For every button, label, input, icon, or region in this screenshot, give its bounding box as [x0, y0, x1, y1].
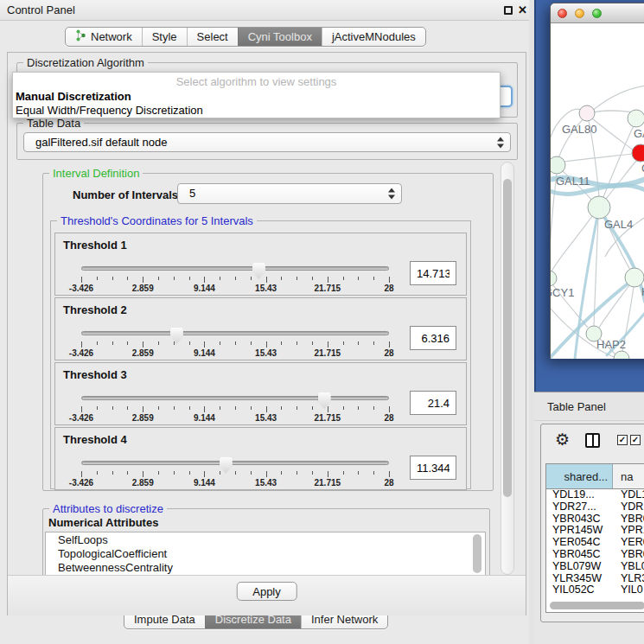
slider-track[interactable]: [81, 266, 389, 271]
tab-label: Select: [197, 30, 228, 43]
slider-handle[interactable]: [318, 392, 331, 409]
attribute-item-selfloops[interactable]: SelfLoops: [46, 533, 485, 547]
network-node[interactable]: [632, 144, 644, 162]
network-node[interactable]: [551, 156, 565, 174]
network-canvas[interactable]: GAL80GAGAL11CGAL4GCY1HHAP2: [551, 24, 644, 359]
table-row[interactable]: YIL052CYIL0: [546, 584, 644, 596]
network-graph[interactable]: GAL80GAGAL11CGAL4GCY1HHAP2: [551, 24, 644, 359]
thresholds-group: Threshold's Coordinates for 5 Intervals …: [50, 220, 471, 489]
threshold-value-input[interactable]: [410, 261, 456, 285]
threshold-value-input[interactable]: [410, 456, 456, 480]
attribute-item-betweennesscentrality[interactable]: BetweennessCentrality: [46, 561, 485, 575]
table-row[interactable]: YBR043CYBR0: [546, 513, 644, 526]
gear-icon[interactable]: ⚙: [555, 430, 570, 450]
tick-mark: [281, 471, 282, 475]
tick-label: 15.43: [239, 478, 294, 488]
tick-mark: [112, 406, 113, 410]
network-node[interactable]: [614, 351, 629, 359]
network-node-label: GAL11: [556, 175, 590, 188]
tick-mark: [158, 471, 159, 475]
panel-scrollbar-track[interactable]: [501, 162, 514, 575]
close-icon[interactable]: ✕: [518, 3, 527, 16]
table-row[interactable]: YDR27...YDR2: [546, 501, 644, 513]
tick-mark: [81, 471, 82, 477]
tick-mark: [112, 341, 113, 345]
table-row[interactable]: YER054CYER0: [546, 537, 644, 549]
tick-mark: [204, 406, 205, 412]
close-traffic-light-icon[interactable]: [558, 9, 567, 18]
tick-label: -3.426: [54, 413, 109, 423]
network-node[interactable]: [579, 105, 595, 121]
threshold-slider[interactable]: -3.4262.8599.14415.4321.71528: [55, 322, 453, 361]
tick-label: 9.144: [176, 284, 232, 293]
threshold-value-input[interactable]: [410, 326, 456, 350]
tab-select[interactable]: Select: [187, 28, 238, 46]
minimize-traffic-light-icon[interactable]: [575, 9, 584, 18]
threshold-panel-1: Threshold 1-3.4262.8599.14415.4321.71528: [54, 233, 467, 296]
slider-handle[interactable]: [170, 328, 183, 344]
checkbox-icon[interactable]: ✓: [630, 435, 641, 445]
network-node[interactable]: [588, 196, 610, 219]
stepper-arrows-icon: [388, 188, 395, 200]
apply-button[interactable]: Apply: [236, 582, 297, 601]
network-edge: [551, 174, 557, 271]
slider-track[interactable]: [81, 461, 389, 465]
group-title: Threshold's Coordinates for 5 Intervals: [57, 214, 257, 227]
tick-mark: [281, 341, 282, 345]
table-row[interactable]: YBR045CYBR0: [546, 549, 644, 561]
table-row[interactable]: YPR145WYPR1: [546, 525, 644, 537]
tick-mark: [235, 341, 236, 345]
column-header-2[interactable]: na: [613, 464, 644, 488]
slider-handle[interactable]: [220, 457, 233, 474]
tick-label: -3.426: [54, 478, 109, 488]
panel-scrollbar-thumb[interactable]: [503, 179, 512, 497]
column-header-1[interactable]: shared...: [546, 464, 613, 488]
tab-jactivemnodules[interactable]: jActiveMNodules: [322, 28, 425, 46]
tick-mark: [266, 471, 267, 477]
tick-label: 2.859: [115, 478, 170, 488]
network-node[interactable]: [628, 110, 644, 127]
attributes-to-discretize-group: Attributes to discretize Numerical Attri…: [42, 508, 490, 583]
control-panel-titlebar: Control Panel ✕: [0, 0, 529, 21]
network-node-label: HAP2: [596, 338, 626, 351]
threshold-panel-3: Threshold 3-3.4262.8599.14415.4321.71528: [54, 362, 467, 425]
float-window-icon[interactable]: [504, 6, 513, 15]
cell-shared-name: YIL052C: [546, 584, 613, 596]
tick-mark: [204, 277, 205, 283]
cell-shared-name: YBR043C: [546, 513, 613, 526]
table-data-combobox[interactable]: galFiltered.sif default node: [23, 132, 511, 152]
network-node[interactable]: [551, 271, 557, 286]
tab-network[interactable]: Network: [66, 28, 142, 46]
threshold-slider[interactable]: -3.4262.8599.14415.4321.71528: [55, 452, 453, 491]
attribute-item-topologicalcoefficient[interactable]: TopologicalCoefficient: [46, 547, 485, 561]
table-row[interactable]: YBL079WYBL0: [546, 561, 644, 573]
dropdown-option-manual-discretization[interactable]: Manual Discretization: [16, 90, 131, 103]
tab-style[interactable]: Style: [142, 28, 187, 46]
checkbox-icon[interactable]: ✓: [617, 435, 628, 445]
threshold-value-input[interactable]: [410, 391, 456, 415]
list-scrollbar[interactable]: [473, 534, 481, 573]
slider-track[interactable]: [81, 396, 389, 400]
threshold-slider[interactable]: -3.4262.8599.14415.4321.71528: [55, 258, 453, 296]
zoom-traffic-light-icon[interactable]: [592, 9, 602, 18]
table-row[interactable]: YLR345WYLR3: [546, 573, 644, 585]
slider-handle[interactable]: [252, 263, 265, 279]
number-of-intervals-combobox[interactable]: 5: [177, 183, 402, 204]
network-node[interactable]: [625, 268, 644, 287]
table-horizontal-scrollbar[interactable]: [550, 602, 644, 609]
dropdown-option-equal-width-frequency[interactable]: Equal Width/Frequency Discretization: [16, 104, 203, 117]
numerical-attributes-list[interactable]: SelfLoopsTopologicalCoefficientBetweenne…: [45, 532, 486, 577]
tick-label: 15.43: [239, 348, 294, 358]
slider-track[interactable]: [81, 331, 389, 335]
tick-mark: [343, 341, 344, 345]
tick-mark: [174, 471, 175, 475]
tick-mark: [97, 341, 98, 345]
tick-mark: [266, 406, 267, 412]
columns-icon[interactable]: [585, 433, 600, 448]
network-node-label: GCY1: [551, 286, 574, 299]
cell-shared-name: YER054C: [546, 537, 613, 549]
group-title: Attributes to discretize: [49, 502, 167, 515]
tab-cyni-toolbox[interactable]: Cyni Toolbox: [238, 28, 322, 46]
table-row[interactable]: YDL19...YDL1: [546, 489, 644, 501]
threshold-slider[interactable]: -3.4262.8599.14415.4321.71528: [55, 387, 453, 426]
